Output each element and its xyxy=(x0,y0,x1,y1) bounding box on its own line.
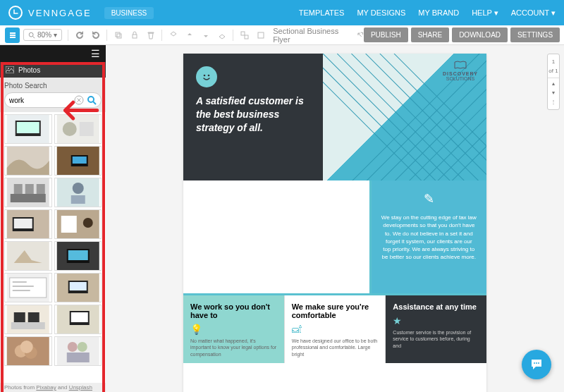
panel-header-label: Photos xyxy=(18,66,40,74)
nav-help[interactable]: HELP ▾ xyxy=(472,8,498,18)
plan-badge: BUSINESS xyxy=(104,7,154,19)
photo-thumb[interactable] xyxy=(4,178,52,207)
backward-button[interactable] xyxy=(198,27,213,43)
page-navigator[interactable]: 1 of 1 ▴ ▾ ⋮ xyxy=(547,54,560,110)
svg-rect-28 xyxy=(70,195,85,204)
svg-point-61 xyxy=(534,362,535,364)
photo-thumb[interactable] xyxy=(54,114,102,144)
svg-rect-58 xyxy=(66,353,89,362)
toolbar: 80% ▾ Sectional Business Flyer PUBLISH S… xyxy=(0,25,564,45)
photo-thumb[interactable] xyxy=(54,146,102,176)
svg-point-10 xyxy=(88,97,94,102)
lock-button[interactable] xyxy=(127,27,142,43)
chat-icon xyxy=(529,357,544,372)
flyer-hero-text[interactable]: A satisfied customer is the best busines… xyxy=(196,94,310,135)
zoom-control[interactable]: 80% ▾ xyxy=(23,29,62,41)
flyer-col-1[interactable]: We work so you don't have to 💡 No matter… xyxy=(183,295,284,363)
photo-thumb[interactable] xyxy=(54,178,102,207)
photo-search-label: Photo Search xyxy=(4,82,102,90)
svg-rect-46 xyxy=(14,312,25,322)
svg-point-8 xyxy=(8,68,9,69)
svg-point-60 xyxy=(208,75,210,77)
photo-thumb[interactable] xyxy=(4,305,52,334)
logo-icon xyxy=(8,6,23,20)
page-total: of 1 xyxy=(548,66,559,75)
svg-rect-47 xyxy=(28,312,39,322)
svg-rect-43 xyxy=(69,282,86,290)
hamburger-icon[interactable]: ☰ xyxy=(91,48,100,59)
svg-point-59 xyxy=(204,75,206,77)
svg-rect-16 xyxy=(79,122,93,136)
clear-search-icon[interactable] xyxy=(74,95,84,105)
photo-search-area: Photo Search xyxy=(0,78,106,112)
svg-rect-25 xyxy=(37,184,45,194)
chat-fab[interactable] xyxy=(522,350,551,379)
more-icon[interactable]: ⋮ xyxy=(548,97,559,106)
group-button[interactable] xyxy=(237,27,252,43)
photos-icon xyxy=(6,66,14,73)
photo-thumb[interactable] xyxy=(4,209,52,239)
svg-rect-50 xyxy=(70,312,87,322)
svg-point-34 xyxy=(82,218,92,228)
flyer-hero-block[interactable]: A satisfied customer is the best busines… xyxy=(183,54,323,180)
chevron-down-icon: ▾ xyxy=(54,31,57,39)
photo-thumb[interactable] xyxy=(4,146,52,176)
brand-name: VENNGAGE xyxy=(28,8,92,18)
download-button[interactable]: DOWNLOAD xyxy=(452,27,508,42)
photo-thumb[interactable] xyxy=(54,209,102,239)
redo-button[interactable] xyxy=(88,27,103,43)
photo-credit: Photos from Pixabay and Unsplash xyxy=(0,383,106,392)
chevron-up-icon[interactable]: ▴ xyxy=(548,78,559,88)
text-button[interactable] xyxy=(253,27,268,43)
flyer-hero-image[interactable]: DISCOVERY SOLUTIONS xyxy=(323,54,486,180)
left-panel: ☰ Photos Photo Search xyxy=(0,45,106,392)
flyer-brand-logo[interactable]: DISCOVERY SOLUTIONS xyxy=(443,61,478,81)
photo-thumb[interactable] xyxy=(4,114,52,144)
delete-button[interactable] xyxy=(143,27,158,43)
publish-button[interactable]: PUBLISH xyxy=(364,27,408,42)
nav-account[interactable]: ACCOUNT ▾ xyxy=(511,8,556,18)
photo-thumb[interactable] xyxy=(54,273,102,302)
canvas[interactable]: A satisfied customer is the best busines… xyxy=(106,45,564,392)
search-icon xyxy=(28,32,35,39)
menu-toggle-button[interactable] xyxy=(5,27,20,43)
bring-front-button[interactable] xyxy=(166,27,180,43)
nav-my-designs[interactable]: MY DESIGNS xyxy=(357,8,405,18)
send-back-button[interactable] xyxy=(214,27,229,43)
photo-thumb[interactable] xyxy=(54,241,102,271)
flyer-image-placeholder[interactable] xyxy=(183,180,372,293)
svg-rect-22 xyxy=(11,194,46,202)
settings-button[interactable]: SETTINGS xyxy=(510,27,560,42)
external-link-icon[interactable] xyxy=(357,32,364,39)
panel-header: Photos xyxy=(0,62,106,78)
svg-point-57 xyxy=(77,342,87,352)
svg-point-0 xyxy=(29,32,33,37)
photo-search-input[interactable] xyxy=(9,97,71,104)
photo-thumb[interactable] xyxy=(54,336,102,366)
undo-button[interactable] xyxy=(72,27,87,43)
svg-point-27 xyxy=(72,183,83,194)
flyer-page[interactable]: A satisfied customer is the best busines… xyxy=(183,54,486,392)
forward-button[interactable] xyxy=(182,27,197,43)
svg-point-54 xyxy=(20,341,33,353)
svg-rect-23 xyxy=(14,184,23,194)
flyer-mid-body[interactable]: We stay on the cutting edge of tax law d… xyxy=(381,214,477,261)
search-icon[interactable] xyxy=(87,95,97,105)
photo-thumb[interactable] xyxy=(4,273,52,302)
photo-thumb[interactable] xyxy=(4,336,52,366)
svg-point-63 xyxy=(538,362,539,364)
chevron-down-icon[interactable]: ▾ xyxy=(548,88,559,97)
flyer-col-3[interactable]: Assistance at any time ★ Customer servic… xyxy=(385,295,486,363)
document-title[interactable]: Sectional Business Flyer xyxy=(273,27,354,44)
svg-rect-1 xyxy=(116,32,120,37)
photo-thumb[interactable] xyxy=(54,305,102,334)
flyer-mid-block[interactable]: ✎ We stay on the cutting edge of tax law… xyxy=(372,180,486,293)
nav-templates[interactable]: TEMPLATES xyxy=(299,8,345,18)
photo-thumb[interactable] xyxy=(4,241,52,271)
copy-button[interactable] xyxy=(111,27,125,43)
photo-results xyxy=(0,112,106,383)
share-button[interactable]: SHARE xyxy=(411,27,449,42)
nav-my-brand[interactable]: MY BRAND xyxy=(418,8,459,18)
svg-rect-33 xyxy=(61,216,76,233)
flyer-col-2[interactable]: We make sure you're comfortable 🛋 We hav… xyxy=(284,295,386,363)
